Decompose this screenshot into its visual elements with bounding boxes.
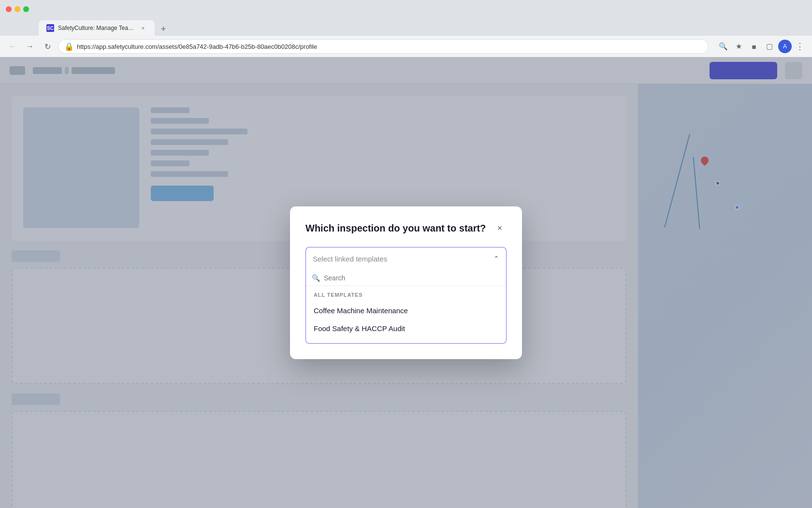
- menu-button[interactable]: ⋮: [794, 41, 806, 52]
- zoom-button[interactable]: 🔍: [716, 40, 730, 53]
- address-bar-row: ← → ↻ 🔒 https://app.safetyculture.com/as…: [0, 36, 812, 57]
- address-bar[interactable]: 🔒 https://app.safetyculture.com/assets/0…: [58, 39, 709, 54]
- inspection-modal: Which inspection do you want to start? ×…: [290, 206, 522, 359]
- template-search-input[interactable]: [324, 274, 500, 282]
- chevron-up-icon: ⌃: [493, 255, 499, 262]
- search-input-wrapper: 🔍: [306, 270, 506, 286]
- forward-button[interactable]: →: [23, 40, 37, 53]
- select-placeholder-text: Select linked templates: [313, 255, 387, 263]
- modal-title: Which inspection do you want to start?: [305, 222, 486, 234]
- close-traffic-light[interactable]: [6, 6, 12, 12]
- split-button[interactable]: ▢: [763, 40, 776, 53]
- bookmark-button[interactable]: ★: [732, 40, 745, 53]
- dropdown-panel: 🔍 ALL TEMPLATES Coffee Machine Maintenan…: [305, 270, 507, 344]
- minimize-traffic-light[interactable]: [14, 6, 20, 12]
- active-tab[interactable]: SC SafetyCulture: Manage Teams and... ×: [39, 20, 155, 36]
- lock-icon: 🔒: [64, 42, 74, 51]
- reload-button[interactable]: ↻: [41, 40, 54, 53]
- modal-overlay[interactable]: Which inspection do you want to start? ×…: [0, 57, 812, 508]
- traffic-lights: [6, 6, 29, 12]
- extensions-button[interactable]: ■: [747, 40, 761, 53]
- new-tab-button[interactable]: +: [157, 22, 170, 36]
- back-button[interactable]: ←: [6, 40, 19, 53]
- tab-close-button[interactable]: ×: [139, 24, 147, 32]
- profile-button[interactable]: A: [778, 40, 792, 53]
- tab-bar: SC SafetyCulture: Manage Teams and... × …: [0, 18, 812, 36]
- modal-header: Which inspection do you want to start? ×: [305, 222, 507, 235]
- browser-chrome: SC SafetyCulture: Manage Teams and... × …: [0, 0, 812, 57]
- address-text: https://app.safetyculture.com/assets/0e8…: [77, 43, 317, 50]
- app-content: Which inspection do you want to start? ×…: [0, 57, 812, 508]
- browser-actions: 🔍 ★ ■ ▢ A ⋮: [716, 40, 806, 53]
- templates-section: ALL TEMPLATES Coffee Machine Maintenance…: [306, 286, 506, 343]
- search-icon: 🔍: [312, 274, 320, 282]
- title-bar: [0, 0, 812, 18]
- tab-favicon: SC: [46, 24, 54, 32]
- tab-title-text: SafetyCulture: Manage Teams and...: [58, 25, 135, 31]
- modal-close-button[interactable]: ×: [493, 222, 507, 235]
- template-item-1[interactable]: Coffee Machine Maintenance: [306, 302, 506, 319]
- template-item-2[interactable]: Food Safety & HACCP Audit: [306, 319, 506, 337]
- template-select-dropdown[interactable]: Select linked templates ⌃: [305, 247, 507, 270]
- section-label: ALL TEMPLATES: [306, 292, 506, 302]
- maximize-traffic-light[interactable]: [23, 6, 29, 12]
